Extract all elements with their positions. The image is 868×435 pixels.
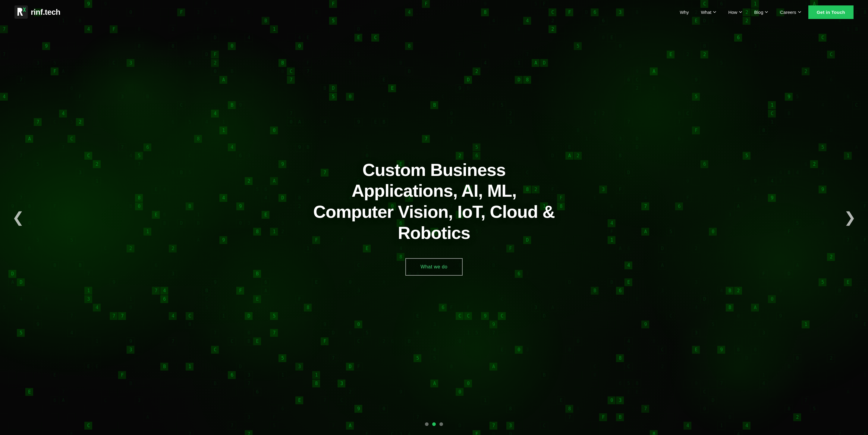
logo-icon — [14, 5, 28, 19]
nav-careers[interactable]: Careers — [775, 7, 806, 17]
nav-blog[interactable]: Blog — [749, 7, 773, 17]
carousel-next-button[interactable]: ❯ — [838, 207, 862, 228]
carousel-dots — [425, 422, 443, 426]
hero-title: Custom Business Applications, AI, ML, Co… — [310, 159, 558, 243]
site-logo[interactable]: rinf.tech — [14, 5, 60, 19]
hero-section: Custom Business Applications, AI, ML, Co… — [0, 0, 868, 435]
carousel-dot-1[interactable] — [425, 422, 429, 426]
nav-what[interactable]: What — [696, 7, 721, 17]
get-in-touch-button[interactable]: Get in Touch — [808, 5, 854, 19]
navbar-nav: Why What How Blog Careers Get in T — [675, 5, 854, 19]
logo-text: rinf.tech — [31, 7, 60, 17]
navbar: rinf.tech Why What How Blog Careers — [0, 0, 868, 24]
what-we-do-button[interactable]: What we do — [405, 258, 462, 276]
blog-chevron-icon — [765, 10, 768, 13]
carousel-dot-3[interactable] — [439, 422, 443, 426]
careers-chevron-icon — [798, 10, 801, 13]
nav-why[interactable]: Why — [675, 7, 693, 17]
what-chevron-icon — [713, 10, 716, 13]
how-chevron-icon — [739, 10, 742, 13]
hero-content: Custom Business Applications, AI, ML, Co… — [299, 159, 569, 276]
nav-how[interactable]: How — [723, 7, 747, 17]
carousel-prev-button[interactable]: ❮ — [6, 207, 30, 228]
carousel-dot-2[interactable] — [432, 422, 436, 426]
